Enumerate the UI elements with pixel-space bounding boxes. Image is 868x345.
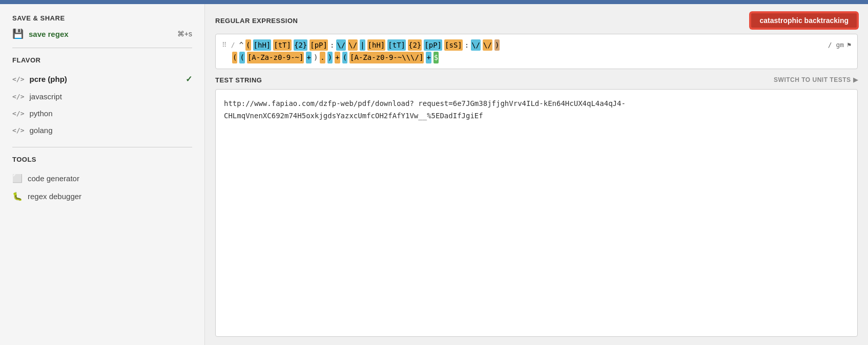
regex-controls: ⠿ / — [222, 40, 235, 51]
flavor-label-javascript: javascript — [29, 92, 61, 101]
tok2-charclass2: [A-Za-z0-9-~\\\/] — [349, 52, 424, 63]
tok-colon1: : — [330, 39, 334, 51]
tok2-dot-char: . — [320, 52, 325, 63]
tok-slash2: \/ — [348, 39, 358, 51]
save-regex-label: save regex — [29, 30, 69, 38]
divider-1 — [12, 48, 192, 48]
flavor-title: FLAVOR — [12, 56, 192, 64]
flags-text: / gm — [828, 40, 844, 51]
tok-caret: ^ — [239, 39, 243, 51]
flavor-item-python[interactable]: </> python — [12, 105, 192, 122]
tok-pipe: | — [360, 39, 365, 51]
tools-item-regex-debugger[interactable]: 🐛 regex debugger — [12, 187, 192, 205]
tok2-plus2: + — [335, 52, 340, 63]
tok-group1-close: ) — [494, 39, 500, 51]
tools-item-code-generator[interactable]: ⬜ code generator — [12, 169, 192, 187]
tok-hH: [hH] — [253, 39, 272, 51]
regex-flags: / gm ⚑ — [828, 40, 851, 51]
code-icon-pcre: </> — [12, 75, 24, 83]
tok2-dollar: $ — [433, 52, 439, 63]
test-string-header: TEST STRING SWITCH TO UNIT TESTS ▶ — [215, 76, 858, 84]
regex-debugger-icon: 🐛 — [12, 191, 23, 201]
tok2-group3-open: ( — [239, 52, 244, 63]
save-icon: 💾 — [12, 28, 24, 39]
tok-2q2: {2} — [408, 39, 422, 51]
flavor-label-pcre: pcre (php) — [29, 75, 67, 83]
flavor-label-python: python — [29, 109, 52, 118]
regex-box[interactable]: ⠿ / ^ ( [hH] [tT] {2} [pP] : \/ \/ | [hH… — [215, 34, 858, 69]
tok-pP1: [pP] — [309, 39, 328, 51]
tok-sS: [sS] — [444, 39, 463, 51]
tok-slash4: \/ — [483, 39, 492, 51]
regex-line-1: ⠿ / ^ ( [hH] [tT] {2} [pP] : \/ \/ | [hH… — [222, 39, 851, 51]
tok2-group4-open: ( — [342, 52, 347, 63]
tok-slash3: \/ — [471, 39, 481, 51]
tok-colon2: : — [465, 39, 469, 51]
tok-pP2: [pP] — [424, 39, 442, 51]
code-icon-python: </> — [12, 110, 24, 117]
switch-unit-label: SWITCH TO UNIT TESTS — [774, 76, 851, 83]
tok-hH2: [hH] — [367, 39, 386, 51]
code-icon-golang: </> — [12, 126, 24, 134]
tok2-plus1: + — [306, 52, 311, 63]
switch-unit-tests[interactable]: SWITCH TO UNIT TESTS ▶ — [774, 76, 858, 83]
flavor-label-golang: golang — [29, 126, 52, 135]
code-icon-javascript: </> — [12, 93, 24, 100]
tok-slash1: \/ — [336, 39, 346, 51]
regex-line-2: ( ( [A-Za-z0-9-~] + ) . ) + ( [A-Za-z0-9… — [222, 52, 851, 63]
flavor-item-golang[interactable]: </> golang — [12, 122, 192, 139]
main-content: REGULAR EXPRESSION catastrophic backtrac… — [205, 4, 868, 345]
tok2-dot: ) — [314, 52, 318, 63]
tok2-group2-open: ( — [232, 52, 237, 63]
tok-group1-open: ( — [245, 39, 251, 51]
top-bar — [0, 0, 868, 4]
sidebar: SAVE & SHARE 💾 save regex ⌘+s FLAVOR </>… — [0, 4, 205, 345]
tools-label-regex-debugger: regex debugger — [28, 192, 81, 201]
test-string-content: http://www.fapiao.com/dzfp-web/pdf/downl… — [224, 99, 626, 120]
chevron-right-icon: ▶ — [853, 76, 858, 83]
tok2-group3-close: ) — [327, 52, 333, 63]
test-string-title: TEST STRING — [215, 76, 262, 84]
tok2-charclass1: [A-Za-z0-9-~] — [247, 52, 304, 63]
regex-section-title: REGULAR EXPRESSION — [215, 17, 298, 25]
regex-section-header: REGULAR EXPRESSION catastrophic backtrac… — [215, 12, 858, 29]
tok2-plus3: + — [426, 52, 431, 63]
divider-2 — [12, 147, 192, 147]
save-regex-row[interactable]: 💾 save regex ⌘+s — [12, 28, 192, 39]
tools-label-code-generator: code generator — [28, 174, 79, 183]
catastrophic-badge: catastrophic backtracking — [750, 12, 858, 29]
checkmark-pcre: ✓ — [185, 74, 192, 84]
flavor-item-javascript[interactable]: </> javascript — [12, 88, 192, 105]
code-generator-icon: ⬜ — [12, 174, 23, 183]
test-string-box[interactable]: http://www.fapiao.com/dzfp-web/pdf/downl… — [215, 89, 858, 337]
flavor-item-pcre[interactable]: </> pcre (php) ✓ — [12, 70, 192, 88]
tok-2q1: {2} — [294, 39, 307, 51]
flag-icon: ⚑ — [847, 40, 851, 51]
main-layout: SAVE & SHARE 💾 save regex ⌘+s FLAVOR </>… — [0, 4, 868, 345]
tok-tT: [tT] — [273, 39, 292, 51]
save-share-title: SAVE & SHARE — [12, 14, 192, 22]
tok-tT2: [tT] — [387, 39, 406, 51]
save-shortcut: ⌘+s — [177, 30, 192, 38]
tools-title: TOOLS — [12, 156, 192, 163]
